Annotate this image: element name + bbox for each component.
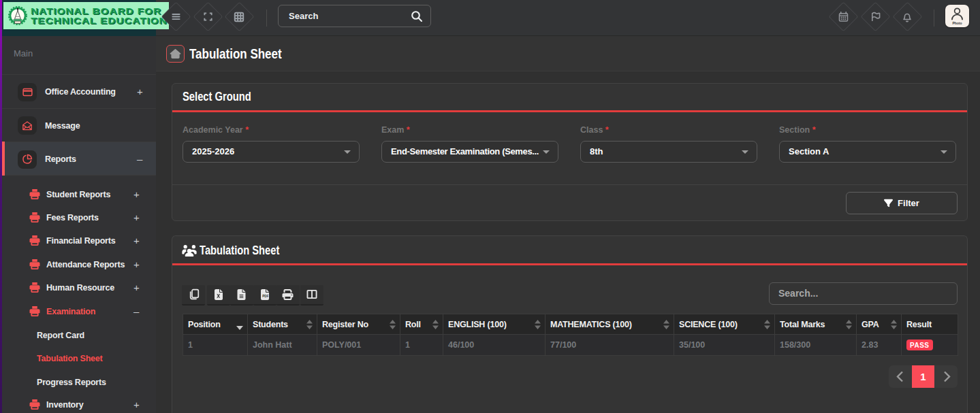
svg-text:PDF: PDF: [262, 295, 268, 298]
